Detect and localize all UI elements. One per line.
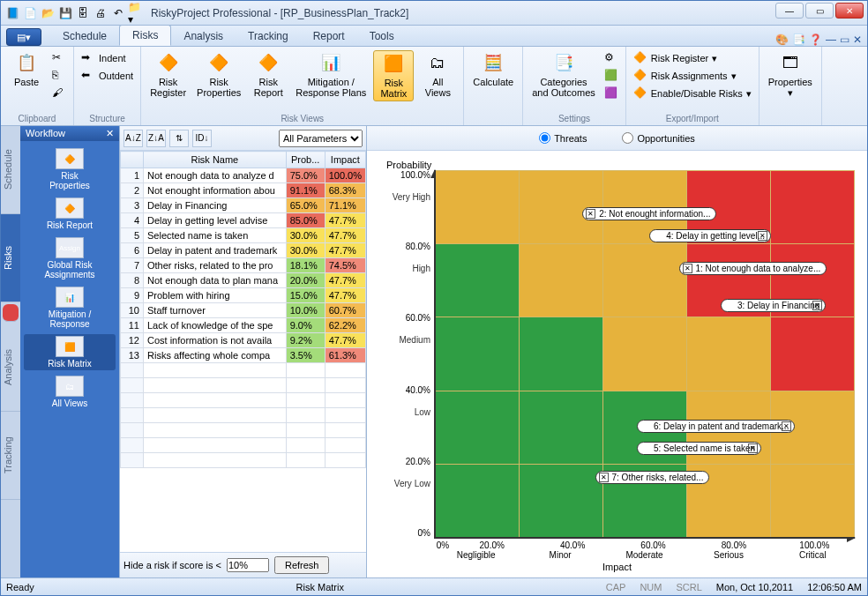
col-prob[interactable]: Prob... [286,152,325,168]
matrix-cell[interactable] [520,391,603,464]
calculate-button[interactable]: 🧮Calculate [469,50,517,89]
workflow-item-mitigation[interactable]: 📊Mitigation / Response [24,285,116,331]
export-register-button[interactable]: 🔶Risk Register ▾ [632,50,753,66]
close-icon[interactable]: ✕ [586,209,595,219]
tab-tools[interactable]: Tools [357,26,407,46]
tab-tracking[interactable]: Tracking [236,26,301,46]
save-icon[interactable]: 💾 [57,5,73,21]
close-icon[interactable]: ✕ [812,301,822,310]
copy-button[interactable]: ⎘ [50,68,68,84]
all-views-button[interactable]: 🗂All Views [417,50,458,100]
mdi-close-icon[interactable]: ✕ [853,34,862,46]
tab-analysis[interactable]: Analysis [171,26,236,46]
settings-3-button[interactable]: 🟪 [602,86,620,101]
col-index[interactable] [121,152,144,168]
table-row[interactable]: 8 Not enough data to plan mana 20.0% 47.… [121,273,366,288]
risk-register-button[interactable]: 🔶Risk Register [146,50,190,100]
matrix-cell[interactable] [771,170,855,243]
risk-callout[interactable]: ✕7: Other risks, related... [595,471,710,484]
saveall-icon[interactable]: 🗄 [75,5,91,21]
open-icon[interactable]: 📂 [40,5,56,21]
risk-callout[interactable]: ✕5: Selected name is taken [637,442,761,455]
print-icon[interactable]: 🖨 [93,5,108,21]
matrix-cell[interactable] [771,317,855,390]
close-icon[interactable]: ✕ [758,231,767,241]
properties-panel-button[interactable]: 🗔Properties▾ [765,50,816,100]
matrix-cell[interactable] [436,464,520,537]
risk-callout[interactable]: ✕4: Delay in getting level... [649,229,771,242]
sort-za-button[interactable]: Z↓A [146,130,166,147]
risk-callout[interactable]: ✕1: Not enough data to analyze... [679,262,827,275]
paste-button[interactable]: 📋 Paste [6,50,47,89]
indent-button[interactable]: ➡Indent [79,50,135,66]
threats-radio[interactable]: Threats [539,132,587,144]
hide-threshold-input[interactable] [227,558,269,572]
table-row[interactable]: 11 Lack of knowledge of the spe 9.0% 62.… [121,318,366,333]
file-button[interactable]: ▤▾ [6,28,41,46]
table-row[interactable]: 12 Cost information is not availa 9.2% 4… [121,333,366,348]
matrix-cell[interactable] [520,243,603,317]
matrix-cell[interactable] [603,243,687,317]
open-folder-icon[interactable]: 📁▾ [128,5,144,21]
sort-az-button[interactable]: A↓Z [123,130,143,147]
workflow-item-assignments[interactable]: AssignGlobal Risk Assignments [24,235,116,281]
close-icon[interactable]: ✕ [748,443,758,453]
col-impact[interactable]: Impact [325,152,365,168]
matrix-cell[interactable] [436,170,520,243]
app-menu-icon[interactable]: 📘 [4,5,20,21]
matrix-cell[interactable] [603,317,687,390]
style-icon[interactable]: 🎨 [775,34,789,46]
new-icon[interactable]: 📄 [22,5,38,21]
table-row[interactable]: 1 Not enough data to analyze d 75.0% 100… [121,168,366,183]
matrix-cell[interactable] [436,243,520,317]
workflow-item-allviews[interactable]: 🗂All Views [24,374,116,410]
table-row[interactable]: 7 Other risks, related to the pro 18.1% … [121,258,366,273]
sort-arrows-button[interactable]: ⇅ [169,130,189,147]
sort-id-button[interactable]: ID↓ [192,130,212,147]
vtab-risks[interactable]: Risks [1,214,20,302]
mdi-min-icon[interactable]: — [826,34,836,46]
refresh-button[interactable]: Refresh [274,556,330,574]
close-icon[interactable]: ✕ [599,473,609,482]
matrix-cell[interactable] [520,464,603,537]
risk-matrix-button[interactable]: 🟧Risk Matrix [373,50,414,101]
workflow-close-icon[interactable]: ✕ [106,128,114,139]
minimize-button[interactable]: — [775,3,804,19]
parameters-select[interactable]: All Parameters [279,130,363,147]
risk-callout[interactable]: ✕2: Not enought information... [582,207,716,220]
vtab-analysis[interactable]: Analysis [1,324,20,412]
categories-button[interactable]: 📑Categories and Outcomes [528,50,599,100]
tab-risks[interactable]: Risks [119,25,171,46]
workflow-item-matrix[interactable]: 🟧Risk Matrix [24,334,116,370]
close-icon[interactable]: ✕ [683,264,692,273]
matrix-cell[interactable] [771,464,855,537]
options-icon[interactable]: 📑 [792,34,805,46]
cut-button[interactable]: ✂ [50,50,68,66]
tab-schedule[interactable]: Schedule [50,26,119,46]
matrix-cell[interactable] [687,317,771,390]
risk-callout[interactable]: ✕3: Delay in Financing [721,299,826,312]
matrix-cell[interactable] [436,391,520,464]
close-button[interactable]: ✕ [835,3,864,19]
settings-1-button[interactable]: ⚙ [602,50,620,66]
undo-icon[interactable]: ↶ [110,5,126,21]
risk-report-button[interactable]: 🔶Risk Report [248,50,288,100]
opportunities-radio[interactable]: Opportunities [622,132,694,144]
maximize-button[interactable]: ▭ [805,3,834,19]
risk-properties-button[interactable]: 🔶Risk Properties [193,50,244,100]
table-row[interactable]: 2 Not enought information abou 91.1% 68.… [121,183,366,198]
col-name[interactable]: Risk Name [144,152,287,168]
vtab-marker[interactable] [3,304,19,322]
outdent-button[interactable]: ⬅Outdent [79,68,135,84]
table-row[interactable]: 5 Selected name is taken 30.0% 47.7% [121,228,366,243]
matrix-cell[interactable] [520,317,603,390]
mdi-restore-icon[interactable]: ▭ [840,34,849,46]
table-row[interactable]: 4 Delay in getting level advise 85.0% 47… [121,213,366,228]
table-row[interactable]: 13 Risks affecting whole compa 3.5% 61.3… [121,348,366,363]
settings-2-button[interactable]: 🟩 [602,68,620,84]
workflow-item-report[interactable]: 🔶Risk Report [24,196,116,232]
table-row[interactable]: 6 Delay in patent and trademark 30.0% 47… [121,243,366,258]
table-row[interactable]: 3 Delay in Financing 65.0% 71.1% [121,198,366,213]
export-assignments-button[interactable]: 🔶Risk Assignments ▾ [632,68,753,84]
vtab-schedule[interactable]: Schedule [1,126,20,214]
